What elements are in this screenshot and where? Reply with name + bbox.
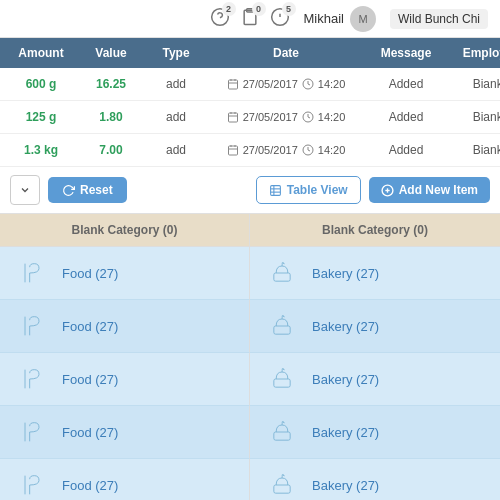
bakery-icon <box>266 416 298 448</box>
toolbar-left: Reset <box>10 175 127 205</box>
left-category-header: Blank Category (0) <box>0 214 250 247</box>
row-amount: 600 g <box>6 77 76 91</box>
toolbar: Reset Table View Add New Item <box>0 167 500 214</box>
food-icon <box>16 469 48 500</box>
row-employee: Bianka <box>446 110 500 124</box>
row-message: Added <box>366 77 446 91</box>
bakery-label: Bakery (27) <box>312 478 379 493</box>
alert-icon-wrap[interactable]: 5 <box>270 7 290 30</box>
bakery-category-item[interactable]: Bakery (27) <box>250 353 500 406</box>
svg-rect-22 <box>270 185 280 195</box>
bakery-category-item[interactable]: Bakery (27) <box>250 300 500 353</box>
clipboard-badge: 0 <box>252 2 266 16</box>
food-icon <box>16 310 48 342</box>
food-label: Food (27) <box>62 425 118 440</box>
bakery-icon <box>266 310 298 342</box>
bakery-label: Bakery (27) <box>312 319 379 334</box>
food-icon <box>16 363 48 395</box>
user-area: Mikhail M <box>304 6 376 32</box>
svg-rect-17 <box>228 146 237 155</box>
food-label: Food (27) <box>62 478 118 493</box>
right-cat-list: Bakery (27)Bakery (27)Bakery (27)Bakery … <box>250 247 500 500</box>
col-employee: Employee <box>446 46 500 60</box>
row-message: Added <box>366 110 446 124</box>
row-message: Added <box>366 143 446 157</box>
bakery-icon <box>266 363 298 395</box>
svg-rect-41 <box>274 432 290 440</box>
food-icon <box>16 416 48 448</box>
svg-rect-33 <box>274 326 290 334</box>
help-icon-wrap[interactable]: 2 <box>210 7 230 30</box>
reset-button[interactable]: Reset <box>48 177 127 203</box>
table-row: 1.3 kg 7.00 add 27/05/2017 14:20 Added B… <box>0 134 500 167</box>
col-message: Message <box>366 46 446 60</box>
row-value: 16.25 <box>76 77 146 91</box>
col-type: Type <box>146 46 206 60</box>
org-label[interactable]: Wild Bunch Chi <box>390 9 488 29</box>
food-label: Food (27) <box>62 372 118 387</box>
col-value: Value <box>76 46 146 60</box>
bakery-label: Bakery (27) <box>312 266 379 281</box>
right-category-header: Blank Category (0) <box>250 214 500 247</box>
row-employee: Bianka <box>446 143 500 157</box>
row-amount: 125 g <box>6 110 76 124</box>
food-icon <box>16 257 48 289</box>
help-badge: 2 <box>222 2 236 16</box>
chevron-down-button[interactable] <box>10 175 40 205</box>
food-category-item[interactable]: Food (27) <box>0 300 250 353</box>
svg-rect-7 <box>228 80 237 89</box>
row-amount: 1.3 kg <box>6 143 76 157</box>
avatar: M <box>350 6 376 32</box>
toolbar-right: Table View Add New Item <box>256 176 490 204</box>
table-row: 125 g 1.80 add 27/05/2017 14:20 Added Bi… <box>0 101 500 134</box>
alert-badge: 5 <box>282 2 296 16</box>
row-date: 27/05/2017 14:20 <box>206 78 366 90</box>
table-view-button[interactable]: Table View <box>256 176 361 204</box>
row-type: add <box>146 77 206 91</box>
clipboard-icon-wrap[interactable]: 0 <box>240 7 260 30</box>
food-category-item[interactable]: Food (27) <box>0 353 250 406</box>
left-cat-list: Food (27)Food (27)Food (27)Food (27)Food… <box>0 247 250 500</box>
bakery-icon <box>266 469 298 500</box>
bakery-label: Bakery (27) <box>312 425 379 440</box>
bakery-label: Bakery (27) <box>312 372 379 387</box>
food-label: Food (27) <box>62 319 118 334</box>
row-type: add <box>146 143 206 157</box>
add-new-item-button[interactable]: Add New Item <box>369 177 490 203</box>
food-category-item[interactable]: Food (27) <box>0 406 250 459</box>
row-value: 1.80 <box>76 110 146 124</box>
bakery-category-item[interactable]: Bakery (27) <box>250 247 500 300</box>
food-category-item[interactable]: Food (27) <box>0 459 250 500</box>
nav-icons: 2 0 5 <box>210 7 290 30</box>
food-label: Food (27) <box>62 266 118 281</box>
col-date: Date <box>206 46 366 60</box>
top-nav: 2 0 5 Mikhail M Wild Bunch Chi <box>0 0 500 38</box>
bakery-category-item[interactable]: Bakery (27) <box>250 406 500 459</box>
row-value: 7.00 <box>76 143 146 157</box>
food-category-item[interactable]: Food (27) <box>0 247 250 300</box>
row-employee: Bianka <box>446 77 500 91</box>
svg-rect-29 <box>274 273 290 281</box>
bakery-category-item[interactable]: Bakery (27) <box>250 459 500 500</box>
bakery-icon <box>266 257 298 289</box>
username: Mikhail <box>304 11 344 26</box>
categories-grid: Blank Category (0) Blank Category (0) Fo… <box>0 214 500 500</box>
row-date: 27/05/2017 14:20 <box>206 144 366 156</box>
row-date: 27/05/2017 14:20 <box>206 111 366 123</box>
table-header: Amount Value Type Date Message Employee … <box>0 38 500 68</box>
svg-rect-37 <box>274 379 290 387</box>
table-row: 600 g 16.25 add 27/05/2017 14:20 Added B… <box>0 68 500 101</box>
table-rows-container: 600 g 16.25 add 27/05/2017 14:20 Added B… <box>0 68 500 167</box>
col-amount: Amount <box>6 46 76 60</box>
svg-rect-12 <box>228 113 237 122</box>
svg-rect-45 <box>274 485 290 493</box>
row-type: add <box>146 110 206 124</box>
